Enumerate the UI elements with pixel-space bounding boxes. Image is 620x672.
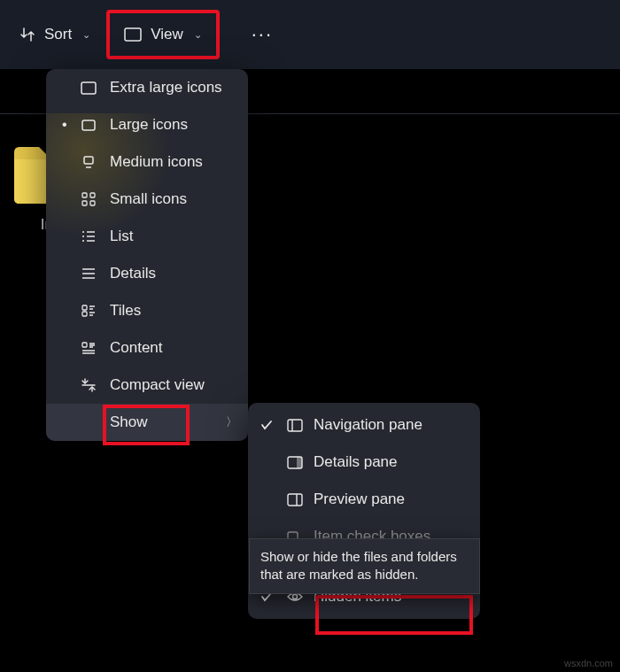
extra-large-icons-icon bbox=[80, 81, 97, 95]
svg-rect-18 bbox=[82, 305, 87, 310]
more-button[interactable]: ··· bbox=[241, 16, 283, 53]
toolbar: Sort ⌄ View ⌄ ··· bbox=[0, 0, 620, 69]
menu-item-tiles[interactable]: Tiles bbox=[46, 292, 248, 329]
view-label: View bbox=[151, 26, 183, 43]
submenu-item-label: Preview pane bbox=[314, 490, 471, 508]
svg-point-40 bbox=[293, 595, 298, 599]
small-icons-icon bbox=[80, 192, 97, 206]
menu-item-large-icons[interactable]: Large icons bbox=[46, 106, 248, 143]
sort-icon bbox=[19, 27, 35, 42]
menu-item-medium-icons[interactable]: Medium icons bbox=[46, 143, 248, 181]
svg-rect-21 bbox=[82, 312, 87, 316]
svg-rect-7 bbox=[82, 201, 87, 205]
details-icon bbox=[80, 267, 97, 280]
svg-rect-37 bbox=[288, 494, 302, 506]
submenu-item-details-pane[interactable]: Details pane bbox=[248, 444, 480, 481]
view-menu: Extra large icons Large icons Medium ico… bbox=[46, 69, 248, 441]
menu-item-label: Compact view bbox=[110, 376, 237, 394]
chevron-down-icon: ⌄ bbox=[194, 29, 202, 41]
submenu-item-label: Details pane bbox=[314, 453, 471, 471]
sort-button[interactable]: Sort ⌄ bbox=[9, 19, 101, 50]
menu-item-label: Show bbox=[110, 413, 213, 431]
more-icon: ··· bbox=[252, 23, 273, 46]
menu-item-show[interactable]: Show 〉 bbox=[46, 404, 248, 441]
svg-rect-6 bbox=[90, 193, 95, 197]
tooltip-text: Show or hide the files and folders that … bbox=[260, 549, 457, 582]
svg-rect-8 bbox=[90, 201, 95, 205]
sort-label: Sort bbox=[44, 26, 72, 43]
menu-item-small-icons[interactable]: Small icons bbox=[46, 181, 248, 218]
navigation-pane-icon bbox=[285, 419, 305, 432]
menu-item-label: Details bbox=[110, 265, 237, 282]
svg-rect-36 bbox=[297, 457, 302, 468]
svg-rect-0 bbox=[125, 28, 141, 41]
menu-item-label: Medium icons bbox=[110, 153, 237, 171]
menu-item-label: Small icons bbox=[110, 190, 237, 208]
menu-item-list[interactable]: List bbox=[46, 218, 248, 255]
menu-item-extra-large-icons[interactable]: Extra large icons bbox=[46, 69, 248, 106]
submenu-item-preview-pane[interactable]: Preview pane bbox=[248, 481, 480, 518]
chevron-right-icon: 〉 bbox=[226, 414, 237, 430]
view-button[interactable]: View ⌄ bbox=[106, 10, 220, 59]
menu-item-details[interactable]: Details bbox=[46, 255, 248, 292]
menu-item-label: Large icons bbox=[110, 116, 237, 134]
content-icon bbox=[80, 342, 97, 354]
menu-item-label: Content bbox=[110, 339, 237, 357]
chevron-down-icon: ⌄ bbox=[82, 29, 90, 41]
medium-icons-icon bbox=[80, 156, 97, 168]
large-icons-icon bbox=[80, 120, 97, 131]
list-icon bbox=[80, 230, 97, 243]
menu-item-label: Tiles bbox=[110, 302, 237, 320]
watermark: wsxdn.com bbox=[564, 658, 613, 668]
menu-item-label: Extra large icons bbox=[110, 79, 237, 97]
check-icon bbox=[257, 420, 276, 430]
preview-pane-icon bbox=[285, 493, 305, 506]
view-icon bbox=[124, 27, 142, 42]
submenu-item-navigation-pane[interactable]: Navigation pane bbox=[248, 406, 480, 444]
tiles-icon bbox=[80, 305, 97, 317]
submenu-item-label: Navigation pane bbox=[314, 416, 471, 434]
tooltip: Show or hide the files and folders that … bbox=[249, 538, 480, 594]
svg-rect-3 bbox=[84, 157, 93, 164]
svg-rect-24 bbox=[82, 343, 87, 347]
menu-item-content[interactable]: Content bbox=[46, 329, 248, 367]
svg-rect-2 bbox=[82, 120, 95, 130]
svg-rect-1 bbox=[81, 82, 96, 94]
svg-rect-33 bbox=[288, 420, 302, 431]
compact-view-icon bbox=[80, 378, 97, 392]
details-pane-icon bbox=[285, 456, 305, 469]
menu-item-label: List bbox=[110, 228, 237, 245]
svg-rect-5 bbox=[82, 193, 87, 197]
menu-item-compact-view[interactable]: Compact view bbox=[46, 367, 248, 404]
